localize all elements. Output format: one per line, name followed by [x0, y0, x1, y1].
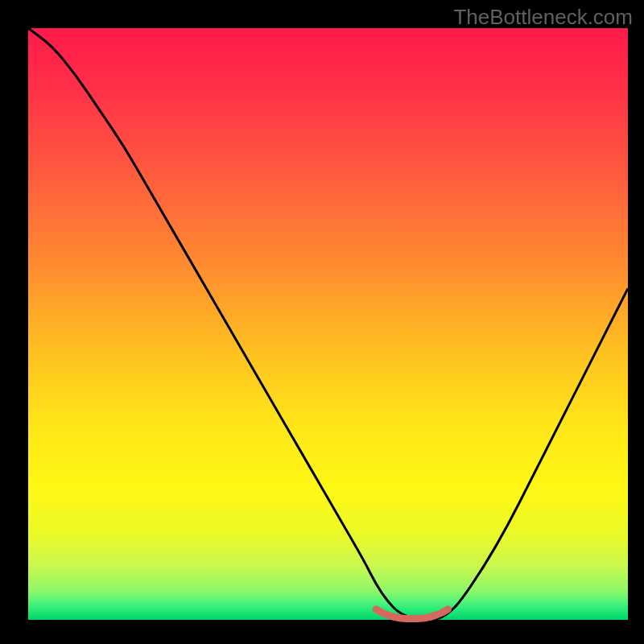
chart-container: TheBottleneck.com [0, 0, 644, 644]
watermark-text: TheBottleneck.com [453, 5, 633, 30]
bottleneck-chart [0, 0, 644, 644]
plot-background [28, 28, 628, 620]
